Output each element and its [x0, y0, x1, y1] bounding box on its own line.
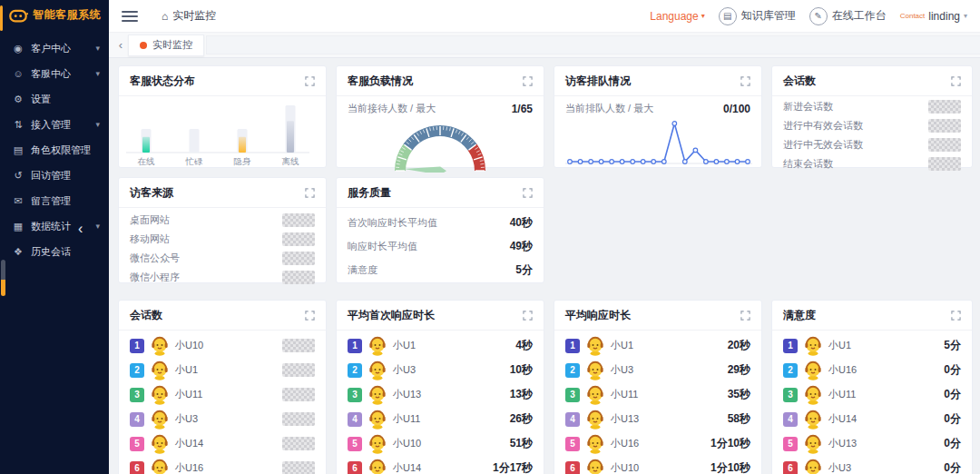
- card-service-quality: 服务质量 首次响应时长平均值40秒响应时长平均值49秒满意度5分: [336, 177, 544, 283]
- agent-avatar-icon: [151, 433, 169, 454]
- agent-name: 小U1: [611, 339, 721, 352]
- stat-label: 桌面网站: [130, 213, 170, 227]
- app-logo: 智能客服系统: [0, 0, 109, 32]
- stat-row: 微信公众号: [130, 249, 315, 268]
- sidebar-scrollbar-thumb[interactable]: [0, 5, 3, 31]
- list-item: 4小U140分: [783, 407, 961, 431]
- rank-list: 1小U14秒2小U310秒3小U1313秒4小U1126秒5小U1051秒6小U…: [337, 331, 544, 474]
- workbench-button[interactable]: ✎ 在线工作台: [809, 7, 887, 25]
- fullscreen-icon[interactable]: [305, 311, 315, 321]
- card-sessions-rank: 会话数 1小U102小U13小U114小U35小U146小U16: [118, 300, 327, 474]
- fullscreen-icon[interactable]: [740, 76, 750, 86]
- stat-value: 0/100: [723, 103, 750, 115]
- fullscreen-icon[interactable]: [523, 188, 533, 198]
- card-satisfaction: 满意度 1小U15分2小U160分3小U110分4小U140分5小U130分6小…: [771, 300, 973, 474]
- sidebar-item[interactable]: ▦数据统计▾: [0, 213, 109, 239]
- agent-name: 小U1: [828, 339, 937, 352]
- stat-row: 进行中有效会话数: [783, 116, 961, 135]
- masked-value: [928, 119, 961, 133]
- sidebar-item-label: 留言管理: [31, 194, 100, 208]
- masked-value: [282, 412, 315, 426]
- fullscreen-icon[interactable]: [951, 311, 961, 321]
- metric-value: 0分: [944, 411, 961, 427]
- agent-avatar-icon: [151, 384, 169, 405]
- rank-badge: 2: [348, 363, 362, 378]
- sidebar-menu: ◉客户中心▾☺客服中心▾⚙设置⇅接入管理▾▤角色权限管理↺回访管理✉留言管理▦数…: [0, 32, 109, 264]
- card-title: 会话数: [130, 308, 162, 323]
- hamburger-menu-icon[interactable]: [122, 11, 138, 22]
- queue-line-chart: [565, 118, 750, 167]
- card-title: 会话数: [783, 74, 816, 89]
- sidebar-collapse-icon[interactable]: ‹: [78, 222, 83, 236]
- fullscreen-icon[interactable]: [523, 76, 533, 86]
- stat-row: 桌面网站: [130, 211, 315, 230]
- fullscreen-icon[interactable]: [305, 76, 315, 86]
- rank-badge: 1: [565, 339, 580, 353]
- rank-list: 1小U120秒2小U329秒3小U1135秒4小U1358秒5小U161分10秒…: [554, 331, 761, 474]
- sidebar-item[interactable]: ❖历史会话: [0, 239, 109, 264]
- visitor-source-list: 桌面网站移动网站微信公众号微信小程序: [119, 208, 326, 292]
- agent-avatar-icon: [368, 409, 387, 430]
- masked-value: [928, 157, 961, 171]
- breadcrumb[interactable]: ⌂ 实时监控: [162, 8, 216, 24]
- masked-value: [282, 213, 315, 227]
- topbar-right: Language ▾ ▤ 知识库管理 ✎ 在线工作台 Contact lindi…: [650, 7, 967, 25]
- list-item: 6小U30分: [783, 456, 961, 474]
- dashboard-content: 客服状态分布 在线忙碌隐身离线 客服负载情况 当前接待人数 / 最大 1/65: [109, 58, 980, 474]
- tab-realtime-monitor[interactable]: 实时监控: [128, 35, 204, 56]
- rank-badge: 5: [565, 437, 580, 451]
- card-title: 平均首次响应时长: [348, 308, 435, 323]
- language-label: Language: [650, 10, 698, 23]
- service-quality-list: 首次响应时长平均值40秒响应时长平均值49秒满意度5分: [337, 208, 544, 287]
- agent-name: 小U10: [393, 437, 504, 450]
- svg-text:离线: 离线: [282, 156, 300, 166]
- knowledge-base-label: 知识库管理: [741, 8, 796, 24]
- rank-badge: 4: [130, 412, 144, 427]
- agent-name: 小U11: [175, 388, 276, 401]
- user-menu[interactable]: Contact linding ▾: [900, 10, 967, 23]
- rank-badge: 6: [565, 461, 580, 474]
- list-item: 6小U101分10秒: [565, 456, 750, 474]
- sidebar-item[interactable]: ☺客服中心▾: [0, 61, 109, 86]
- stat-value: 49秒: [510, 239, 533, 254]
- agent-avatar-icon: [151, 458, 169, 474]
- sidebar-item[interactable]: ↺回访管理: [0, 163, 109, 188]
- sidebar-item[interactable]: ⇅接入管理▾: [0, 112, 109, 137]
- agent-avatar-icon: [586, 360, 604, 380]
- sidebar-item[interactable]: ✉留言管理: [0, 188, 109, 213]
- agent-avatar-icon: [586, 335, 604, 356]
- sidebar-item[interactable]: ⚙设置: [0, 86, 109, 112]
- stat-row: 响应时长平均值49秒: [348, 234, 533, 258]
- agent-avatar-icon: [151, 409, 169, 430]
- card-first-response: 平均首次响应时长 1小U14秒2小U310秒3小U1313秒4小U1126秒5小…: [336, 300, 544, 474]
- knowledge-base-button[interactable]: ▤ 知识库管理: [719, 7, 796, 25]
- sidebar-item-label: 回访管理: [31, 169, 100, 183]
- fullscreen-icon[interactable]: [523, 311, 533, 321]
- stat-label: 移动网站: [130, 232, 170, 246]
- workbench-icon: ✎: [809, 7, 828, 25]
- metric-value: 0分: [944, 460, 961, 474]
- agent-avatar-icon: [586, 384, 604, 405]
- fullscreen-icon[interactable]: [951, 76, 961, 86]
- rank-badge: 2: [783, 363, 798, 378]
- sidebar-scroll-indicator[interactable]: [1, 260, 5, 296]
- card-visitor-queue: 访客排队情况 当前排队人数 / 最大 0/100: [554, 65, 762, 168]
- sidebar-item[interactable]: ◉客户中心▾: [0, 35, 109, 61]
- fullscreen-icon[interactable]: [305, 188, 315, 198]
- row-3: 会话数 1小U102小U13小U114小U35小U146小U16 平均首次响应时…: [118, 300, 973, 474]
- app-title: 智能客服系统: [33, 7, 101, 23]
- chevron-left-icon[interactable]: ‹: [113, 38, 128, 52]
- stat-label: 新进会话数: [783, 100, 833, 114]
- agent-avatar-icon: [368, 335, 387, 356]
- stat-row: 微信小程序: [130, 268, 315, 287]
- agent-icon: ☺: [12, 68, 24, 79]
- metric-value: 1分17秒: [493, 460, 533, 474]
- revisit-icon: ↺: [12, 170, 24, 182]
- rank-badge: 3: [130, 388, 144, 402]
- sidebar-item[interactable]: ▤角色权限管理: [0, 137, 109, 163]
- list-item: 5小U1051秒: [348, 431, 533, 456]
- fullscreen-icon[interactable]: [740, 311, 750, 321]
- rank-badge: 5: [783, 437, 798, 451]
- language-dropdown[interactable]: Language ▾: [650, 10, 704, 23]
- list-item: 1小U15分: [783, 333, 961, 358]
